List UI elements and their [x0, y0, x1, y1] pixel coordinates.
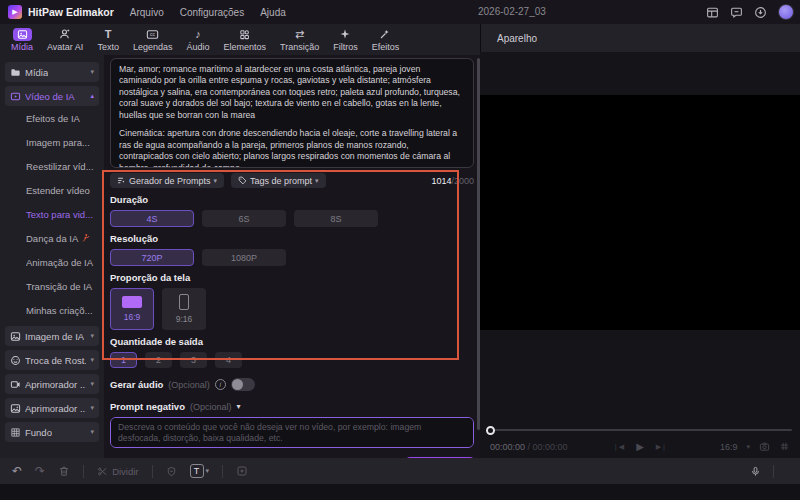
marker-icon[interactable] [166, 466, 177, 477]
chevron-down-icon: ▾ [90, 68, 94, 76]
sidebar-item-texto-para-video[interactable]: Texto para vid... [0, 202, 104, 226]
playhead-knob[interactable] [486, 426, 495, 435]
resolution-option-1080p[interactable]: 1080P [202, 249, 286, 266]
quantity-option-4[interactable]: 4 [215, 352, 242, 368]
playback-progress-bar[interactable] [488, 429, 792, 431]
media-icon [13, 28, 32, 41]
undo-icon[interactable]: ↶ [12, 465, 22, 478]
sidebar-item-estender-video[interactable]: Estender vídeo [0, 178, 104, 202]
prompt-paragraph-1: Mar, amor; romance marítimo al atardecer… [119, 64, 465, 121]
sidebar-item-aprimorador-video[interactable]: Aprimorador ...▾ [5, 374, 99, 394]
text-to-video-panel: Mar, amor; romance marítimo al atardecer… [104, 55, 480, 458]
duration-option-8s[interactable]: 8S [294, 210, 378, 227]
menubar: Arquivo Configurações Ajuda [130, 7, 286, 18]
text-icon: T [105, 28, 112, 41]
duration-option-4s[interactable]: 4S [110, 210, 194, 227]
tab-transicao[interactable]: ⇄ Transição [273, 24, 326, 55]
feature-tabbar: Mídia Avatar AI T Texto cc Legendas ♪ Áu… [0, 24, 480, 55]
elements-icon [239, 28, 250, 41]
sidebar-item-animacao-de-ia[interactable]: Animação de IA [0, 250, 104, 274]
app-logo-icon: ▶ [8, 5, 22, 19]
sidebar-item-reestilizar-video[interactable]: Reestilizar víd... [0, 154, 104, 178]
timeline-track-area[interactable] [0, 484, 800, 500]
tab-audio[interactable]: ♪ Áudio [179, 24, 216, 55]
tab-filtros[interactable]: Filtros [326, 24, 365, 55]
titlebar: ▶ HitPaw Edimakor Arquivo Configurações … [0, 0, 800, 24]
aspect-option-16-9[interactable]: 16:9 [110, 288, 154, 330]
sidebar-item-troca-de-rosto[interactable]: Troca de Rost...▾ [5, 350, 99, 370]
sidebar-item-aprimorador-imagem[interactable]: Aprimorador ...▾ [5, 398, 99, 418]
chevron-down-icon[interactable]: ▾ [236, 402, 240, 411]
timeline-toolbar: ↶ ↷ Dividir T ▾ [0, 458, 800, 484]
resolution-option-720p[interactable]: 720P [110, 249, 194, 266]
play-icon[interactable]: ▶ [636, 441, 644, 452]
previous-frame-icon[interactable]: ❘◀ [613, 443, 624, 451]
negative-prompt-input[interactable] [110, 417, 474, 448]
tab-elementos[interactable]: Elementos [216, 24, 273, 55]
safe-area-grid-icon[interactable] [779, 441, 790, 452]
output-quantity-section: Quantidade de saída 1 2 3 4 [110, 336, 474, 368]
face-swap-icon [10, 355, 21, 366]
tab-efeitos[interactable]: Efeitos [365, 24, 407, 55]
resolution-section: Resolução 720P 1080P [110, 233, 474, 266]
add-clip-icon[interactable] [236, 465, 248, 477]
avatar-icon [59, 28, 71, 41]
user-avatar[interactable] [778, 4, 794, 20]
captions-icon: cc [146, 28, 159, 41]
prompt-paragraph-2: Cinemática: apertura con drone descendie… [119, 128, 465, 168]
menu-ajuda[interactable]: Ajuda [260, 7, 286, 18]
sidebar-item-midia[interactable]: Mídia▾ [5, 62, 99, 82]
portrait-ratio-icon [179, 294, 189, 310]
tab-midia[interactable]: Mídia [4, 24, 40, 55]
preview-panel: Aparelho 00:00:00 / 00:00:00 ❘◀ ▶ ▶❘ 16:… [480, 24, 800, 458]
quantity-option-3[interactable]: 3 [180, 352, 207, 368]
prompt-text-box[interactable]: Mar, amor; romance marítimo al atardecer… [110, 58, 474, 168]
chevron-down-icon: ▾ [746, 443, 750, 451]
next-frame-icon[interactable]: ▶❘ [656, 443, 667, 451]
sidebar-item-transicao-de-ia[interactable]: Transição de IA [0, 274, 104, 298]
sidebar-item-efeitos-de-ia[interactable]: Efeitos de IA [0, 106, 104, 130]
text-tool-button[interactable]: T ▾ [190, 464, 210, 478]
prompt-generator-button[interactable]: Gerador de Prompts ▾ [110, 173, 224, 188]
menu-configuracoes[interactable]: Configurações [180, 7, 244, 18]
sidebar-item-imagem-para[interactable]: Imagem para... [0, 130, 104, 154]
tab-texto[interactable]: T Texto [90, 24, 126, 55]
landscape-ratio-icon [122, 296, 142, 308]
preview-aspect-ratio[interactable]: 16:9 [720, 442, 738, 452]
info-icon[interactable]: i [215, 379, 226, 390]
generate-audio-label: Gerar áudio [110, 379, 163, 390]
sidebar-item-fundo[interactable]: Fundo▾ [5, 422, 99, 442]
chevron-down-icon: ▾ [90, 356, 94, 364]
svg-text:cc: cc [150, 32, 155, 37]
negative-prompt-row: Prompt negativo (Opcional) ▾ [110, 401, 474, 412]
microphone-icon[interactable] [750, 466, 761, 477]
sidebar-item-danca-da-ia[interactable]: Dança da IA [0, 226, 104, 250]
chevron-down-icon: ▾ [90, 380, 94, 388]
sidebar-item-imagem-de-ia[interactable]: Imagem de IA▾ [5, 326, 99, 346]
quantity-option-2[interactable]: 2 [145, 352, 172, 368]
menu-arquivo[interactable]: Arquivo [130, 7, 164, 18]
quantity-option-1[interactable]: 1 [110, 352, 137, 368]
duration-section: Duração 4S 6S 8S [110, 194, 474, 227]
snapshot-camera-icon[interactable] [759, 441, 770, 452]
delete-icon[interactable] [58, 465, 70, 477]
preview-header: Aparelho [480, 24, 800, 52]
tab-avatar-ai[interactable]: Avatar AI [40, 24, 90, 55]
download-icon[interactable] [754, 6, 767, 19]
redo-icon[interactable]: ↷ [35, 465, 45, 478]
duration-option-6s[interactable]: 6S [202, 210, 286, 227]
prompt-tags-button[interactable]: Tags de prompt ▾ [231, 173, 326, 188]
timecode: 00:00:00 / 00:00:00 [490, 442, 568, 452]
scissors-icon [97, 466, 108, 477]
split-button[interactable]: Dividir [97, 466, 138, 477]
sidebar-item-minhas-criacoes[interactable]: Minhas criaçõ... [0, 298, 104, 322]
aspect-option-9-16[interactable]: 9:16 [162, 288, 206, 330]
sidebar-item-video-de-ia[interactable]: Vídeo de IA▴ [5, 86, 99, 106]
ai-image-icon [10, 331, 21, 342]
tab-legendas[interactable]: cc Legendas [126, 24, 180, 55]
feedback-icon[interactable] [730, 6, 743, 19]
chevron-down-icon: ▾ [90, 404, 94, 412]
generate-audio-toggle[interactable] [231, 378, 255, 391]
chevron-down-icon: ▾ [206, 467, 210, 475]
layout-panels-icon[interactable] [706, 6, 719, 19]
